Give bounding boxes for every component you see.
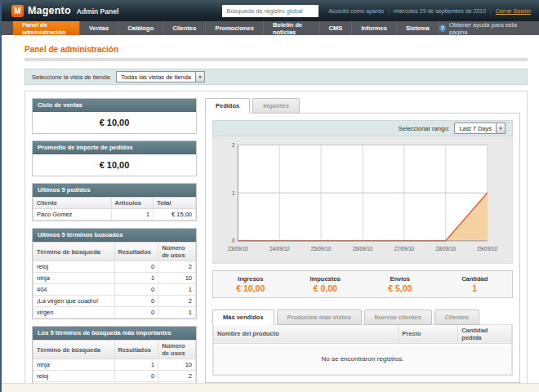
help-label: Obtener ayuda para esta página [449,21,529,36]
column-header: Resultados [114,341,158,359]
table-cell: ninja [33,273,115,284]
chart-svg: 01223/09/1024/09/1025/09/1026/09/1027/09… [220,140,506,262]
table-cell: 1 [158,284,196,296]
table-row[interactable]: 40401 [33,284,196,296]
column-header: Término de búsqueda [33,243,115,261]
products-grid-wrap: Nombre del productoPrecioCantidad pedida… [212,324,513,376]
empty-row: No se encontraron registros. [214,343,512,374]
chart-panel: Seleccionar rango: Last 7 Days ▼ 01223/0… [205,113,520,383]
table-cell: virgen [33,307,115,318]
stat-value: € 10,00 [213,283,288,293]
help-link[interactable]: ? Obtener ayuda para esta página [439,21,539,35]
lifetime-sales-value: € 10,00 [33,112,196,133]
magento-admin-page: M Magento Admin Panel Accedió como apard… [0,0,539,392]
nav-tab-clientes[interactable]: Clientes [163,21,206,35]
stat-label: Impuestos [288,275,363,283]
table-cell: 404 [33,284,115,296]
table-cell: 10 [158,273,196,284]
last-search-table: Término de búsquedaResultadosNúmero de u… [33,242,196,318]
tab-productos-mas-vistos[interactable]: Productos más vistos [277,310,362,325]
nav-tab-boletin-de-noticias[interactable]: Boletín de noticias [264,21,320,35]
logout-link[interactable]: Cerrar Sesión [496,8,531,14]
box-title: Los 5 términos de búsqueda más important… [33,327,196,340]
logo-name: Magento [28,5,71,16]
table-row[interactable]: virgen01 [33,307,196,318]
nav-tabs: Panel de administraciónVentasCatálogoCli… [13,21,439,35]
tab-nuevos-clientes[interactable]: Nuevos clientes [364,310,432,325]
nav-tab-ventas[interactable]: Ventas [80,21,118,35]
chart-tabs: PedidosImportes [205,98,520,113]
table-cell: 2 [158,261,196,273]
table-cell: 1 [111,209,154,220]
column-header: Cliente [33,198,112,209]
stat-impuestos: Impuestos€ 0,00 [288,275,363,293]
table-row[interactable]: ninja110 [33,273,196,284]
svg-text:0: 0 [232,238,235,243]
table-row[interactable]: reloj02 [33,371,196,382]
store-view-value: Todas las vistas de tienda [117,74,195,81]
content-area: Panel de administración Seleccione la vi… [0,35,539,392]
empty-message: No se encontraron registros. [214,343,512,374]
nav-tab-cms[interactable]: CMS [320,21,353,35]
table-row[interactable]: ninja110 [33,359,196,371]
table-row[interactable]: ¡La virgen que cuadro!02 [33,296,196,307]
average-orders-value: € 10,00 [33,154,196,176]
separator: | [388,8,390,14]
main-nav: Panel de administraciónVentasCatálogoCli… [0,21,539,35]
stat-label: Ingresos [213,275,288,283]
title-divider [24,58,528,61]
window-border [0,0,2,392]
table-cell: 10 [158,359,196,371]
svg-text:1: 1 [232,190,235,196]
table-header-row: ClienteArticulosTotal [33,198,196,209]
logged-in-as: Accedió como apardo [328,8,384,14]
table-cell: reloj [33,371,115,382]
store-view-select[interactable]: Todas las vistas de tienda ▼ [116,71,205,82]
tab-pedidos[interactable]: Pedidos [205,98,250,114]
nav-tab-catalogo[interactable]: Catálogo [118,21,163,35]
column-header: Articulos [111,198,154,209]
column-header: Cantidad pedida [458,324,512,343]
svg-text:23/09/10: 23/09/10 [228,246,248,252]
global-search-input[interactable] [222,5,318,17]
nav-tab-panel-de-administracion[interactable]: Panel de administración [13,21,80,35]
table-cell: 0 [114,296,158,307]
store-view-switcher: Seleccione la vista de tienda: Todas las… [24,69,528,85]
store-view-label: Seleccione la vista de tienda: [32,74,111,81]
nav-tab-sistema[interactable]: Sistema [397,21,439,35]
table-cell: 0 [114,261,158,273]
table-cell: € 15,00 [154,209,196,220]
last-search-terms-box: Ultimos 5 términos buscados Término de b… [32,228,197,319]
nav-tab-informes[interactable]: Informes [352,21,397,35]
table-cell: 1 [114,359,158,371]
table-cell: 0 [114,284,158,296]
current-date: miércoles 29 de septiembre de 2010 [394,8,486,14]
column-header: Resultados [114,243,158,261]
column-header: Nombre del producto [214,324,399,343]
range-select[interactable]: Last 7 Days ▼ [454,122,506,134]
table-cell: 2 [158,371,196,382]
table-row[interactable]: reloj02 [33,261,196,273]
svg-text:28/09/10: 28/09/10 [435,246,456,252]
column-header: Número de usos [158,243,196,261]
magento-logo-icon: M [11,5,24,17]
tab-importes[interactable]: Importes [252,98,300,114]
table-row[interactable]: Paco Gomez1€ 15,00 [33,209,196,220]
dashboard-container: Ciclo de ventas € 10,00 Promedio de impo… [24,91,528,392]
box-title: Promedio de importe de pedidos [33,141,196,154]
nav-tab-promociones[interactable]: Promociones [206,21,264,35]
stat-cantidad: Cantidad1 [438,275,513,293]
box-title: Ciclo de ventas [33,99,196,112]
table-cell: 0 [114,307,158,318]
last-orders-box: Ultimos 5 pedidos ClienteArticulosTotalP… [32,183,197,221]
range-label: Seleccionar rango: [399,125,450,132]
table-cell: 0 [114,371,158,382]
tab-clientes[interactable]: Clientes [434,310,479,325]
svg-text:26/09/10: 26/09/10 [353,246,373,252]
stat-envios: Envios€ 5,00 [363,275,438,293]
lifetime-sales-box: Ciclo de ventas € 10,00 [32,98,197,134]
stat-label: Envios [363,275,438,283]
svg-text:2: 2 [232,142,235,148]
page-title: Panel de administración [24,45,528,54]
tab-mas-vendidos[interactable]: Más vendidos [212,310,274,325]
